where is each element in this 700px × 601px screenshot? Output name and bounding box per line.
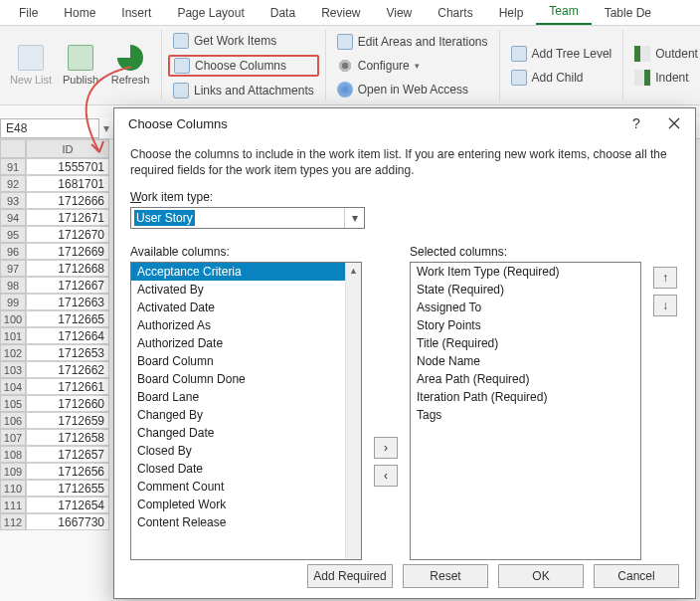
cell-id[interactable]: 1712664 [26,327,109,344]
tab-insert[interactable]: Insert [108,2,164,25]
available-item[interactable]: Content Release [131,513,361,531]
row-header[interactable]: 111 [0,497,26,513]
selected-item[interactable]: Assigned To [411,299,640,316]
row-header[interactable]: 105 [0,395,26,412]
move-left-button[interactable]: ‹ [374,465,398,487]
available-item[interactable]: Board Column [131,352,361,370]
reset-button[interactable]: Reset [403,564,488,588]
available-columns-list[interactable]: ▲ Acceptance CriteriaActivated ByActivat… [130,262,362,560]
row-header[interactable]: 97 [0,260,26,277]
row-header[interactable]: 91 [0,158,26,175]
row-header[interactable]: 96 [0,243,26,260]
row-header[interactable]: 107 [0,429,26,446]
tab-charts[interactable]: Charts [425,2,485,25]
selected-item[interactable]: Work Item Type (Required) [411,263,640,281]
outdent-button[interactable]: Outdent [629,44,700,64]
cell-id[interactable]: 1712655 [26,480,109,497]
available-item[interactable]: Acceptance Criteria [131,263,361,281]
row-header[interactable]: 103 [0,361,26,378]
add-child-button[interactable]: Add Child [506,68,617,88]
cell-id[interactable]: 1712670 [26,226,109,243]
tab-help[interactable]: Help [486,2,537,25]
available-item[interactable]: Completed Work [131,496,361,513]
add-required-button[interactable]: Add Required [307,564,393,588]
help-button[interactable]: ? [617,108,655,138]
selected-item[interactable]: Iteration Path (Required) [411,388,640,406]
available-item[interactable]: Authorized Date [131,334,361,352]
row-header[interactable]: 99 [0,294,26,310]
new-list-button[interactable]: New List [6,31,56,100]
cell-id[interactable]: 1712656 [26,463,109,480]
cell-id[interactable]: 1681701 [26,175,109,192]
refresh-button[interactable]: Refresh [105,31,155,100]
close-button[interactable] [655,108,693,138]
cell-id[interactable]: 1712662 [26,361,109,378]
cell-id[interactable]: 1712659 [26,412,109,429]
add-tree-level-button[interactable]: Add Tree Level [506,44,617,64]
cell-id[interactable]: 1712667 [26,277,109,294]
configure-button[interactable]: Configure ▾ [332,56,493,76]
available-item[interactable]: Changed Date [131,424,361,442]
row-header[interactable]: 94 [0,209,26,226]
cell-id[interactable]: 1555701 [26,158,109,175]
selected-columns-list[interactable]: Work Item Type (Required)State (Required… [410,262,641,560]
available-item[interactable]: Board Lane [131,388,361,406]
move-down-button[interactable]: ↓ [653,295,677,316]
column-header-id[interactable]: ID [26,139,109,158]
selected-item[interactable]: Title (Required) [411,334,640,352]
available-item[interactable]: Changed By [131,406,361,424]
row-header[interactable]: 101 [0,327,26,344]
cell-id[interactable]: 1712669 [26,243,109,260]
cell-id[interactable]: 1712666 [26,192,109,209]
get-work-items-button[interactable]: Get Work Items [168,31,319,51]
row-header[interactable]: 95 [0,226,26,243]
cell-id[interactable]: 1712654 [26,497,109,513]
available-item[interactable]: Comment Count [131,478,361,496]
cell-id[interactable]: 1712653 [26,344,109,361]
cell-id[interactable]: 1712658 [26,429,109,446]
tab-home[interactable]: Home [51,2,108,25]
row-header[interactable]: 112 [0,513,26,530]
cell-id[interactable]: 1712665 [26,310,109,327]
available-item[interactable]: Activated Date [131,299,361,316]
cell-id[interactable]: 1667730 [26,513,109,530]
combo-dropdown-icon[interactable]: ▾ [344,208,364,228]
publish-button[interactable]: Publish [56,31,105,100]
row-header[interactable]: 93 [0,192,26,209]
cell-id[interactable]: 1712660 [26,395,109,412]
available-item[interactable]: Closed By [131,442,361,460]
edit-areas-button[interactable]: Edit Areas and Iterations [332,32,493,52]
name-box[interactable] [0,118,99,138]
open-web-button[interactable]: Open in Web Access [332,80,493,100]
ok-button[interactable]: OK [498,564,584,588]
move-up-button[interactable]: ↑ [653,267,677,289]
cell-id[interactable]: 1712671 [26,209,109,226]
tab-team[interactable]: Team [536,0,591,25]
tab-table-design[interactable]: Table De [592,2,664,25]
row-header[interactable]: 108 [0,446,26,463]
indent-button[interactable]: Indent [629,68,700,88]
row-header[interactable]: 109 [0,463,26,480]
row-header[interactable]: 92 [0,175,26,192]
tab-file[interactable]: File [6,2,51,25]
tab-view[interactable]: View [373,2,425,25]
cell-id[interactable]: 1712668 [26,260,109,277]
selected-item[interactable]: State (Required) [411,281,640,299]
cancel-button[interactable]: Cancel [594,564,679,588]
available-item[interactable]: Closed Date [131,460,361,478]
tab-review[interactable]: Review [308,2,373,25]
row-header[interactable]: 98 [0,277,26,294]
tab-data[interactable]: Data [258,2,308,25]
available-item[interactable]: Activated By [131,281,361,299]
cell-id[interactable]: 1712663 [26,294,109,310]
selected-item[interactable]: Area Path (Required) [411,370,640,388]
links-attachments-button[interactable]: Links and Attachments [168,81,319,100]
selected-item[interactable]: Node Name [411,352,640,370]
select-all-corner[interactable] [0,139,26,158]
row-header[interactable]: 104 [0,378,26,395]
row-header[interactable]: 100 [0,310,26,327]
work-item-type-combo[interactable]: User Story ▾ [130,207,365,229]
scroll-up-icon[interactable]: ▲ [346,263,361,279]
row-header[interactable]: 110 [0,480,26,497]
row-header[interactable]: 102 [0,344,26,361]
